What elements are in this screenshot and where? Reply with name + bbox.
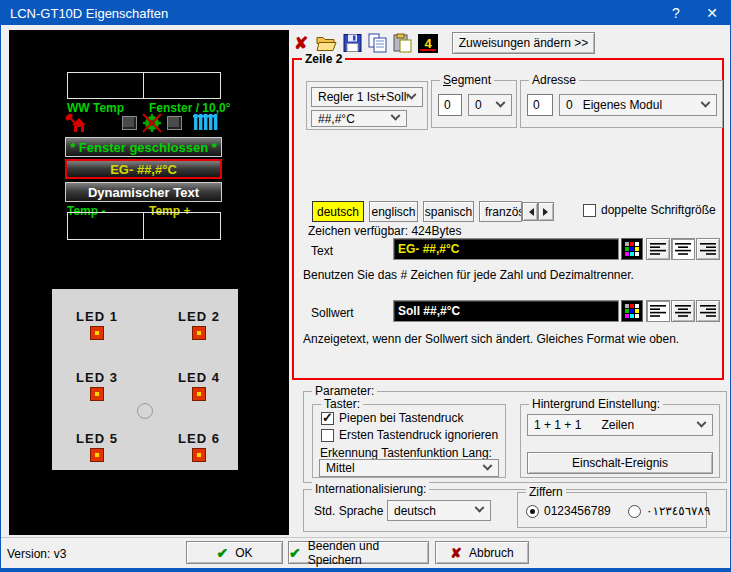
radiator-icon bbox=[192, 113, 218, 131]
preview-key-area-bottom-right bbox=[143, 212, 221, 240]
led-indicator bbox=[90, 387, 104, 401]
preview-line2-bar-selected[interactable]: EG- ##,#°C bbox=[65, 159, 222, 179]
ignore-first-checkbox-row[interactable]: Ersten Tastendruck ignorieren bbox=[321, 428, 498, 442]
lines-select[interactable]: 1 + 1 + 1 Zeilen bbox=[527, 414, 713, 436]
format-select[interactable]: ##,#°C bbox=[311, 110, 407, 127]
preview-line3-text: Dynamischer Text bbox=[88, 185, 199, 200]
led-4[interactable]: LED 4 bbox=[163, 370, 235, 401]
color-palette-icon[interactable] bbox=[621, 300, 643, 322]
check-icon: ✔ bbox=[289, 545, 301, 561]
zeile2-title: Zeile 2 bbox=[302, 52, 345, 66]
hintergrund-title: Hintergrund Einstellung: bbox=[529, 397, 663, 411]
cancel-button[interactable]: ✘ Abbruch bbox=[435, 541, 529, 564]
tab-franzoesisch[interactable]: französ bbox=[479, 201, 522, 222]
adresse-input[interactable]: 0 bbox=[527, 94, 553, 116]
preview-key-area-bottom-left bbox=[67, 212, 144, 240]
segment-group: Segment 0 0 bbox=[431, 80, 517, 128]
led-indicator bbox=[90, 448, 104, 462]
arrow-left-icon bbox=[525, 208, 534, 216]
western-digits-radio[interactable] bbox=[526, 505, 539, 518]
chevron-down-icon bbox=[391, 111, 401, 121]
window-title: LCN-GT10D Eigenschaften bbox=[1, 6, 168, 21]
detect-label: Erkennung Tastenfunktion Lang: bbox=[320, 446, 492, 460]
led-3[interactable]: LED 3 bbox=[61, 370, 133, 401]
preview-line1-bar[interactable]: * Fenster geschlossen * bbox=[65, 137, 222, 157]
paste-icon[interactable] bbox=[393, 33, 412, 53]
change-assignments-button[interactable]: Zuweisungen ändern >> bbox=[452, 32, 595, 54]
ok-button[interactable]: ✔ OK bbox=[186, 541, 283, 564]
display-4-icon[interactable]: 4 bbox=[418, 34, 438, 53]
align-left-icon[interactable] bbox=[646, 300, 670, 322]
ziffern-title: Ziffern bbox=[526, 485, 566, 499]
save-and-exit-button[interactable]: ✔ Beenden und Speichern bbox=[288, 541, 429, 564]
check-icon: ✔ bbox=[216, 545, 228, 561]
source-selector-box: Regler 1 Ist+Sollwe ##,#°C bbox=[306, 81, 428, 130]
help-button[interactable]: ? bbox=[658, 1, 694, 25]
segment-title: Segment bbox=[440, 73, 494, 87]
sollwert-input[interactable]: Soll ##,#°C bbox=[393, 300, 619, 322]
chevron-down-icon bbox=[697, 417, 707, 427]
led-panel: LED 1 LED 2 LED 3 LED 4 LED 5 LED 6 bbox=[52, 289, 238, 470]
double-font-checkbox[interactable] bbox=[583, 204, 596, 217]
led-6[interactable]: LED 6 bbox=[163, 431, 235, 462]
detect-select[interactable]: Mittel bbox=[319, 459, 499, 477]
text-label: Text bbox=[311, 244, 333, 258]
close-button[interactable]: ✕ bbox=[694, 1, 730, 25]
eastern-digits-radio[interactable] bbox=[628, 505, 641, 518]
std-sprache-select[interactable]: deutsch bbox=[387, 500, 491, 521]
align-center-icon[interactable] bbox=[671, 300, 695, 322]
chevron-down-icon bbox=[701, 97, 711, 107]
chevron-down-icon bbox=[483, 460, 493, 470]
ziffern-group: Ziffern 0123456789 ٠١٢٣٤٥٦٧٨٩ bbox=[517, 492, 707, 528]
segment-select[interactable]: 0 bbox=[468, 94, 512, 116]
parameter-title: Parameter: bbox=[312, 384, 377, 398]
preview-key-area-top-left bbox=[67, 72, 144, 99]
text-input[interactable]: EG- ##,#°C bbox=[393, 238, 619, 260]
color-palette-icon[interactable] bbox=[621, 238, 643, 260]
led-2[interactable]: LED 2 bbox=[163, 309, 235, 340]
preview-key-area-top-right bbox=[143, 72, 221, 99]
tab-englisch[interactable]: englisch bbox=[369, 201, 418, 222]
double-font-checkbox-row[interactable]: doppelte Schriftgröße bbox=[583, 203, 716, 217]
save-icon[interactable] bbox=[343, 33, 362, 53]
tab-scroll-left-button[interactable] bbox=[522, 202, 538, 221]
gear-crossed-icon bbox=[141, 113, 163, 133]
western-digits-radio-row[interactable]: 0123456789 bbox=[526, 504, 611, 518]
house-tool-icon bbox=[64, 113, 92, 133]
double-font-label: doppelte Schriftgröße bbox=[601, 203, 716, 217]
einschalt-ereignis-button[interactable]: Einschalt-Ereignis bbox=[527, 452, 713, 474]
beep-checkbox[interactable] bbox=[321, 412, 334, 425]
segment-input[interactable]: 0 bbox=[438, 94, 462, 116]
tab-scroll-right-button[interactable] bbox=[538, 202, 554, 221]
adresse-group: Adresse 0 0 Eigenes Modul bbox=[520, 80, 723, 128]
beep-checkbox-row[interactable]: Piepen bei Tastendruck bbox=[321, 411, 464, 425]
preview-line1-text: * Fenster geschlossen * bbox=[70, 140, 217, 155]
align-right-icon[interactable] bbox=[696, 238, 720, 260]
x-icon: ✘ bbox=[450, 545, 462, 561]
copy-icon[interactable] bbox=[368, 33, 387, 53]
taster-group: Taster: Piepen bei Tastendruck Ersten Ta… bbox=[312, 404, 506, 478]
delete-icon[interactable]: ✘ bbox=[292, 33, 310, 53]
led-1[interactable]: LED 1 bbox=[61, 309, 133, 340]
zeile2-group: Zeile 2 Regler 1 Ist+Sollwe ##,#°C Segme… bbox=[292, 58, 724, 380]
panel-center-mark bbox=[137, 403, 153, 419]
source-select[interactable]: Regler 1 Ist+Sollwe bbox=[311, 87, 423, 107]
preview-line2-text: EG- ##,#°C bbox=[110, 162, 177, 177]
internationalisierung-title: Internationalisierung: bbox=[312, 482, 429, 496]
tab-deutsch[interactable]: deutsch bbox=[312, 201, 364, 222]
toolbar: ✘ 4 Zuweisungen ändern >> bbox=[292, 30, 724, 56]
align-left-icon[interactable] bbox=[646, 238, 670, 260]
western-digits-label: 0123456789 bbox=[544, 504, 611, 518]
align-center-icon[interactable] bbox=[671, 238, 695, 260]
open-folder-icon[interactable] bbox=[316, 33, 337, 53]
ignore-first-checkbox[interactable] bbox=[321, 429, 334, 442]
adresse-select[interactable]: 0 Eigenes Modul bbox=[559, 94, 717, 116]
align-right-icon[interactable] bbox=[696, 300, 720, 322]
beep-label: Piepen bei Tastendruck bbox=[339, 411, 464, 425]
led-5[interactable]: LED 5 bbox=[61, 431, 133, 462]
tab-spanisch[interactable]: spanisch bbox=[423, 201, 474, 222]
text-hint: Benutzen Sie das # Zeichen für jede Zahl… bbox=[303, 268, 634, 282]
preview-line3-bar[interactable]: Dynamischer Text bbox=[65, 182, 222, 202]
eastern-digits-radio-row[interactable]: ٠١٢٣٤٥٦٧٨٩ bbox=[628, 504, 710, 518]
sollwert-label: Sollwert bbox=[311, 306, 354, 320]
